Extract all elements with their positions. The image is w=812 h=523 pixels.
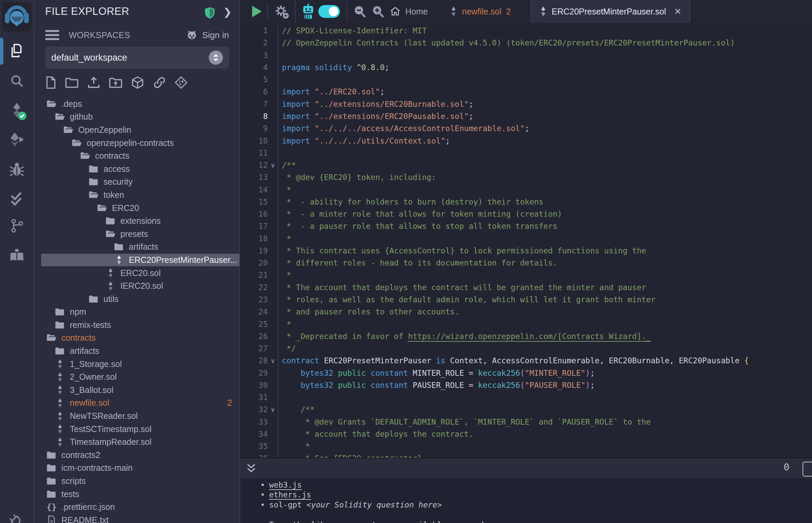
sidebar-item-deploy-run[interactable] xyxy=(0,129,34,150)
tree-item-ierc20-sol[interactable]: IERC20.sol xyxy=(34,279,240,292)
compile-run-settings-button[interactable] xyxy=(274,0,289,23)
line-number: 1 xyxy=(240,26,268,35)
code-text: pragma solidity ^0.8.0; xyxy=(278,61,812,73)
upload-folder-icon[interactable] xyxy=(109,76,123,89)
sidebar-item-solidity-compiler[interactable] xyxy=(0,100,34,121)
terminal-line: •sol-gpt <your Solidity question here> xyxy=(260,500,812,510)
tree-item-token[interactable]: token xyxy=(34,188,240,201)
tree-item-contracts[interactable]: contracts xyxy=(34,331,240,345)
sidebar-item-static-analysis[interactable] xyxy=(0,188,34,210)
tree-item-erc20-sol[interactable]: ERC20.sol xyxy=(34,267,240,280)
git-clone-icon[interactable] xyxy=(175,76,188,89)
sidebar-item-search[interactable] xyxy=(0,70,34,92)
tree-item-extensions[interactable]: extensions xyxy=(34,214,240,228)
run-script-button[interactable] xyxy=(250,0,263,23)
tree-item-npm[interactable]: npm xyxy=(34,306,240,319)
line-number: 11 xyxy=(240,149,268,157)
tree-item-remix-tests[interactable]: remix-tests xyxy=(34,319,240,331)
tree-item-2-owner-sol[interactable]: 2_Owner.sol xyxy=(34,371,240,383)
ai-copilot-toggle[interactable] xyxy=(318,0,340,23)
new-folder-icon[interactable] xyxy=(65,76,79,89)
tree-item-utils[interactable]: utils xyxy=(34,292,240,306)
tree-item-github[interactable]: github xyxy=(34,110,240,124)
terminal-line xyxy=(260,510,812,520)
sidebar-item-plugin-manager[interactable] xyxy=(0,511,34,523)
tree-item-label: scripts xyxy=(61,476,86,486)
code-text: import "../ERC20.sol"; xyxy=(278,86,812,98)
link-icon[interactable] xyxy=(153,76,166,89)
sol-icon xyxy=(113,255,124,265)
terminal-output[interactable]: •web3.js•ethers.js•sol-gpt <your Solidit… xyxy=(240,479,812,523)
tree-item-newtsreader-sol[interactable]: NewTSReader.sol xyxy=(34,410,240,422)
line-number: 13 xyxy=(240,173,268,182)
double-chevron-down-icon xyxy=(246,463,256,474)
code-line-6: 6import "../ERC20.sol"; xyxy=(240,86,812,98)
code-text: * and pauser roles to other accounts. xyxy=(278,306,812,318)
tree-item-timestampreader-sol[interactable]: TimestampReader.sol xyxy=(34,435,240,449)
tree-item-3-ballot-sol[interactable]: 3_Ballot.sol xyxy=(34,383,240,397)
terminal-link[interactable]: web3.js xyxy=(269,481,302,489)
solidity-file-icon xyxy=(540,6,547,17)
workspace-select[interactable]: default_workspace xyxy=(45,47,229,69)
tree-item-label: security xyxy=(104,177,133,187)
remix-ide-window: FILE EXPLORER ❯ WORKSPACES Sign in xyxy=(0,0,812,523)
remix-logo[interactable] xyxy=(2,2,32,32)
tree-item-label: contracts xyxy=(61,333,95,343)
bullet-spacer xyxy=(260,520,269,523)
tree-item-tests[interactable]: tests xyxy=(34,488,240,501)
tree-item-1-storage-sol[interactable]: 1_Storage.sol xyxy=(34,358,240,371)
tree-item--prettierrc-json[interactable]: {}.prettierrc.json xyxy=(34,501,240,513)
tab-newfile[interactable]: newfile.sol 2 xyxy=(442,0,519,23)
tree-item-artifacts[interactable]: artifacts xyxy=(34,240,240,254)
fold-chevron-icon[interactable]: ∨ xyxy=(268,161,278,169)
github-signin-button[interactable]: Sign in xyxy=(186,29,229,41)
tab-active-label: ERC20PresetMinterPauser.sol xyxy=(552,7,666,17)
upload-file-icon[interactable] xyxy=(87,76,101,89)
tree-item-openzeppelin[interactable]: OpenZeppelin xyxy=(34,123,240,137)
tab-erc20presetminterpauser[interactable]: ERC20PresetMinterPauser.sol ✕ xyxy=(531,0,690,23)
fold-chevron-icon[interactable]: ∨ xyxy=(268,406,278,413)
line-number: 22 xyxy=(240,283,268,292)
terminal-collapse-button[interactable] xyxy=(246,463,256,474)
code-line-9: 9import "../../../access/AccessControlEn… xyxy=(240,122,812,134)
double-check-icon xyxy=(9,191,25,207)
code-line-36: 36 * See {ERC20-constructor}. xyxy=(240,452,812,458)
tab-home[interactable]: Home xyxy=(382,0,436,23)
terminal-search-input[interactable] xyxy=(802,462,812,476)
sidebar-item-debugger[interactable] xyxy=(0,158,34,180)
close-tab-icon[interactable]: ✕ xyxy=(674,6,682,17)
ai-copilot-button[interactable] xyxy=(301,0,316,23)
tree-item-readme-txt[interactable]: README.txt xyxy=(34,513,240,523)
terminal-text: sol-gpt xyxy=(269,501,306,509)
panel-expand-chevron[interactable]: ❯ xyxy=(223,6,232,18)
tree-item-security[interactable]: security xyxy=(34,176,240,189)
tree-item-openzeppelin-contracts[interactable]: openzeppelin-contracts xyxy=(34,137,240,150)
tree-item-contracts2[interactable]: contracts2 xyxy=(34,449,240,462)
line-number: 20 xyxy=(240,258,268,267)
tree-item-newfile-sol[interactable]: newfile.sol2 xyxy=(34,397,240,410)
tree-item-erc20presetminterpauser-[interactable]: ERC20PresetMinterPauser... xyxy=(34,253,240,267)
code-editor[interactable]: 1// SPDX-License-Identifier: MIT2// Open… xyxy=(240,23,812,458)
code-text: // SPDX-License-Identifier: MIT xyxy=(278,24,812,37)
sidebar-item-learneth[interactable] xyxy=(0,245,34,266)
tree-item-contracts[interactable]: contracts xyxy=(34,149,240,162)
tree-item-scripts[interactable]: scripts xyxy=(34,474,240,488)
ipfs-cube-icon[interactable] xyxy=(131,75,144,90)
workspaces-menu-icon[interactable] xyxy=(45,30,59,40)
tree-item-presets[interactable]: presets xyxy=(34,228,240,240)
tree-item-label: remix-tests xyxy=(70,320,111,330)
terminal-link[interactable]: ethers.js xyxy=(269,490,311,499)
tree-item-access[interactable]: access xyxy=(34,162,240,176)
sidebar-item-file-explorer[interactable] xyxy=(0,40,34,61)
fold-chevron-icon[interactable]: ∨ xyxy=(268,357,278,364)
tree-item-icm-contracts-main[interactable]: icm-contracts-main xyxy=(34,462,240,475)
zoom-out-button[interactable] xyxy=(353,0,367,23)
new-file-icon[interactable] xyxy=(45,76,57,89)
tree-item-testsctimestamp-sol[interactable]: TestSCTimestamp.sol xyxy=(34,422,240,436)
tree-item-artifacts[interactable]: artifacts xyxy=(34,344,240,358)
code-text: * xyxy=(278,318,812,330)
sidebar-item-git[interactable] xyxy=(0,215,34,237)
tree-item-erc20[interactable]: ERC20 xyxy=(34,201,240,215)
file-explorer-panel: FILE EXPLORER ❯ WORKSPACES Sign in xyxy=(34,0,240,523)
tree-item--deps[interactable]: .deps xyxy=(34,97,240,110)
